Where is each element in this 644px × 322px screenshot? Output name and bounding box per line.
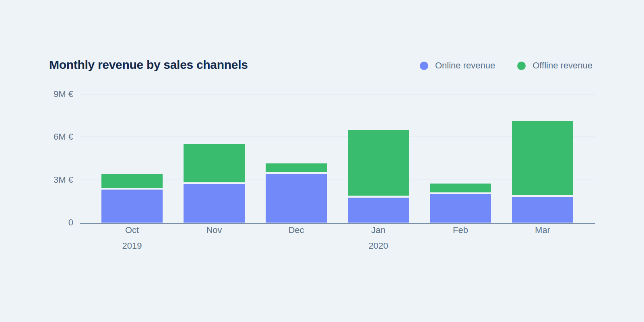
y-axis-labels: 9M €6M €3M €0 bbox=[0, 94, 73, 223]
y-tick-label-0: 0 bbox=[0, 217, 73, 228]
x-tick-label-dec: Dec bbox=[288, 225, 304, 235]
x-tick-label-nov: Nov bbox=[206, 225, 222, 235]
offline-legend-dot-icon bbox=[517, 62, 526, 70]
chart-title: Monthly revenue by sales channels bbox=[49, 58, 248, 72]
y-tick-label-3: 3M € bbox=[0, 175, 73, 185]
y-tick-label-9: 9M € bbox=[0, 89, 73, 99]
x-year-label-2020: 2020 bbox=[369, 241, 388, 251]
dashboard-screen: Monthly revenue by sales channels Online… bbox=[0, 0, 644, 322]
bar-group-jan: Jan2020 bbox=[348, 94, 409, 223]
legend-label-offline: Offline revenue bbox=[533, 60, 592, 71]
legend-label-online: Online revenue bbox=[435, 60, 495, 71]
x-tick-label-feb: Feb bbox=[453, 225, 468, 235]
legend-item-offline[interactable]: Offline revenue bbox=[517, 60, 592, 71]
bar-segment-online-oct[interactable] bbox=[101, 190, 163, 223]
bar-segment-online-mar[interactable] bbox=[512, 197, 573, 223]
x-tick-label-jan: Jan bbox=[371, 225, 385, 235]
online-legend-dot-icon bbox=[420, 62, 428, 70]
bar-group-feb: Feb bbox=[430, 94, 491, 223]
bar-segment-online-feb[interactable] bbox=[430, 194, 491, 223]
bar-segment-offline-nov[interactable] bbox=[184, 144, 245, 182]
x-tick-label-oct: Oct bbox=[125, 225, 139, 235]
y-tick-label-6: 6M € bbox=[0, 132, 73, 142]
chart-legend: Online revenue Offline revenue bbox=[420, 60, 592, 71]
bar-segment-offline-oct[interactable] bbox=[101, 174, 163, 188]
bar-group-oct: Oct2019 bbox=[101, 94, 163, 223]
bar-segment-offline-feb[interactable] bbox=[430, 184, 491, 192]
x-tick-label-mar: Mar bbox=[535, 225, 550, 235]
bar-segment-online-jan[interactable] bbox=[348, 198, 409, 223]
x-year-label-2019: 2019 bbox=[122, 241, 142, 251]
legend-item-online[interactable]: Online revenue bbox=[420, 60, 495, 71]
bar-segment-offline-jan[interactable] bbox=[348, 130, 409, 196]
bar-segment-offline-mar[interactable] bbox=[512, 121, 573, 195]
bar-group-nov: Nov bbox=[184, 94, 245, 223]
bar-group-dec: Dec bbox=[266, 94, 327, 223]
x-axis-line bbox=[80, 223, 595, 224]
bar-segment-offline-dec[interactable] bbox=[266, 163, 327, 172]
plot-area: Oct2019NovDecJan2020FebMar bbox=[80, 94, 595, 223]
bar-segment-online-dec[interactable] bbox=[266, 174, 327, 223]
bar-group-mar: Mar bbox=[512, 94, 573, 223]
bar-segment-online-nov[interactable] bbox=[184, 184, 245, 223]
